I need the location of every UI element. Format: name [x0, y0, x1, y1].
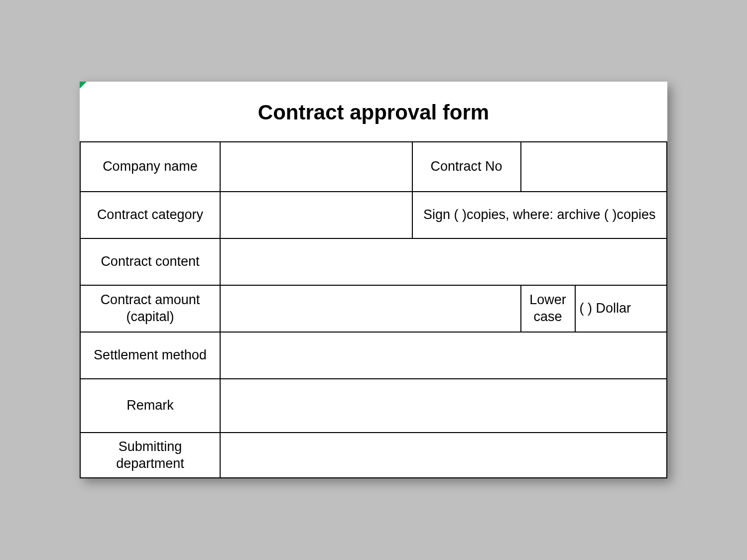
settlement-method-label: Settlement method [80, 332, 220, 379]
form-table: Company name Contract No Contract catego… [80, 141, 667, 478]
form-title: Contract approval form [80, 101, 667, 124]
contract-category-value[interactable] [220, 192, 412, 238]
remark-value[interactable] [220, 379, 667, 433]
contract-amount-value[interactable] [220, 285, 521, 332]
settlement-method-value[interactable] [220, 332, 667, 379]
form-document: Contract approval form Company name Cont… [80, 82, 667, 478]
corner-mark-icon [80, 82, 87, 89]
contract-no-value[interactable] [521, 142, 667, 192]
contract-amount-label: Contract amount (capital) [80, 285, 220, 332]
contract-content-value[interactable] [220, 238, 667, 285]
remark-label: Remark [80, 379, 220, 433]
lower-case-label: Lower case [521, 285, 575, 332]
title-area: Contract approval form [80, 82, 667, 141]
copies-text: Sign ( )copies, where: archive ( )copies [412, 192, 667, 238]
contract-category-label: Contract category [80, 192, 220, 238]
submitting-department-value[interactable] [220, 433, 667, 478]
contract-content-label: Contract content [80, 238, 220, 285]
submitting-department-label: Submitting department [80, 433, 220, 478]
dollar-text: ( ) Dollar [575, 285, 667, 332]
company-name-value[interactable] [220, 142, 412, 192]
contract-no-label: Contract No [412, 142, 521, 192]
company-name-label: Company name [80, 142, 220, 192]
